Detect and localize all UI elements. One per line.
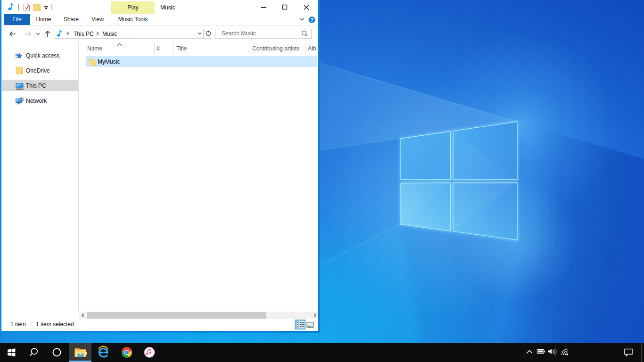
svg-text:?: ?: [310, 17, 314, 23]
